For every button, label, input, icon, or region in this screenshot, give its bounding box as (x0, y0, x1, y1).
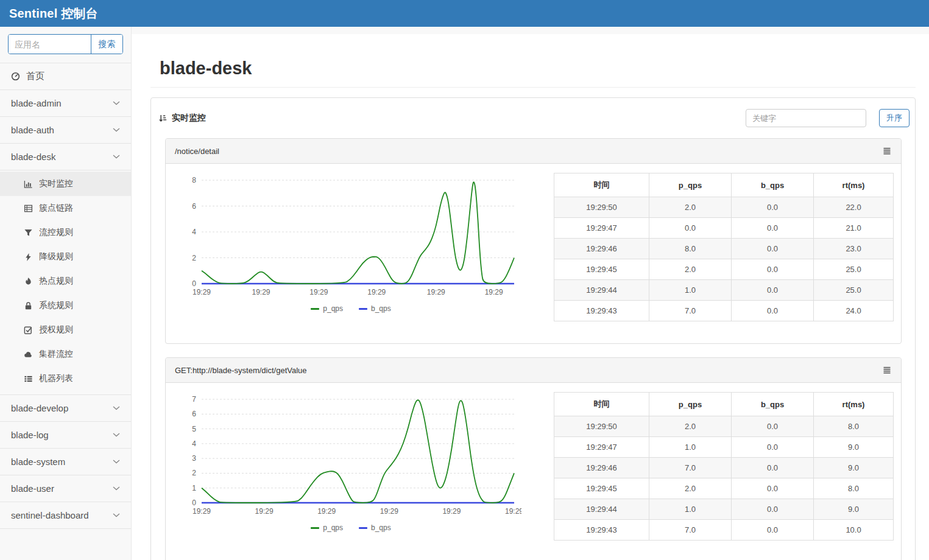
legend-label: b_qps (371, 304, 391, 313)
table-cell: 19:29:50 (554, 197, 649, 218)
table-cell: 2.0 (649, 478, 731, 499)
keyword-input[interactable] (746, 109, 866, 127)
legend-item-p_qps: p_qps (311, 523, 343, 532)
svg-text:6: 6 (192, 202, 196, 211)
table-header-cell: 时间 (554, 173, 649, 197)
sidebar-subitem-热点规则[interactable]: 热点规则 (0, 269, 131, 293)
sidebar-item-blade-log[interactable]: blade-log (0, 422, 131, 449)
sidebar-subitem-label: 实时监控 (39, 178, 73, 189)
table-header-cell: p_qps (649, 173, 731, 197)
table-cell: 19:29:47 (554, 218, 649, 239)
panel-title-wrap: 实时监控 (158, 113, 206, 124)
sidebar-subitem-label: 降级规则 (39, 251, 73, 262)
table-cell: 10.0 (814, 520, 894, 541)
table-cell: 1.0 (649, 437, 731, 458)
hamburger-menu-icon[interactable] (882, 146, 892, 156)
table-cell: 0.0 (732, 197, 814, 218)
gauge-icon (11, 72, 20, 81)
sidebar-subitem-label: 机器列表 (39, 373, 73, 384)
chevron-down-icon (113, 406, 120, 410)
page-header: blade-desk (150, 34, 916, 88)
table-cell: 25.0 (814, 280, 894, 301)
resource-title: /notice/detail (175, 147, 219, 156)
sidebar-item-blade-desk[interactable]: blade-desk (0, 144, 131, 170)
qps-line-chart: 0123456719:2919:2919:2919:2919:2919:29 (174, 392, 521, 519)
sort-order-button[interactable]: 升序 (879, 109, 910, 127)
chevron-down-icon (113, 486, 120, 491)
table-cell: 24.0 (814, 301, 894, 321)
svg-text:8: 8 (192, 176, 196, 184)
sidebar-subitem-授权规则[interactable]: 授权规则 (0, 318, 131, 342)
svg-text:19:29: 19:29 (252, 288, 270, 296)
chevron-down-icon (113, 513, 120, 517)
table-cell: 2.0 (649, 416, 731, 437)
sidebar-item-sentinel-dashboard[interactable]: sentinel-dashboard (0, 502, 131, 529)
table-cell: 8.0 (649, 239, 731, 259)
svg-text:2: 2 (192, 254, 196, 262)
app-search-input[interactable] (9, 35, 91, 54)
table-row: 19:29:437.00.024.0 (554, 301, 894, 321)
sort-amount-icon (158, 114, 168, 123)
table-row: 19:29:502.00.022.0 (554, 197, 894, 218)
sidebar-item-home[interactable]: 首页 (0, 63, 131, 90)
panel-header: 实时监控 升序 (151, 98, 915, 138)
metrics-table: 时间p_qpsb_qpsrt(ms)19:29:502.00.08.019:29… (554, 392, 894, 541)
table-cell: 0.0 (649, 218, 731, 239)
table-cell: 0.0 (732, 520, 814, 541)
sidebar-item-label: 首页 (26, 71, 44, 82)
chart-legend: p_qpsb_qps (174, 523, 528, 532)
sidebar-subitem-label: 热点规则 (39, 276, 73, 287)
sidebar-subitem-系统规则[interactable]: 系统规则 (0, 293, 131, 318)
legend-label: b_qps (371, 523, 391, 532)
resource-card: GET:http://blade-system/dict/getValue012… (165, 357, 902, 560)
svg-text:19:29: 19:29 (380, 507, 398, 516)
table-cell: 9.0 (814, 458, 894, 478)
sidebar-item-label: blade-develop (11, 403, 68, 413)
sidebar-item-blade-develop[interactable]: blade-develop (0, 395, 131, 422)
table-cell: 25.0 (814, 259, 894, 280)
legend-item-b_qps: b_qps (359, 523, 391, 532)
table-cell: 8.0 (814, 478, 894, 499)
legend-dash (359, 527, 367, 529)
svg-text:19:29: 19:29 (309, 288, 328, 296)
table-cell: 2.0 (649, 197, 731, 218)
legend-dash (359, 308, 367, 310)
sidebar-item-blade-system[interactable]: blade-system (0, 449, 131, 475)
app-title: Sentinel 控制台 (9, 5, 98, 22)
resource-card-header: /notice/detail (166, 139, 901, 164)
table-cell: 23.0 (814, 239, 894, 259)
sidebar-item-blade-auth[interactable]: blade-auth (0, 117, 131, 144)
sidebar-item-blade-admin[interactable]: blade-admin (0, 90, 131, 117)
realtime-monitor-panel: 实时监控 升序 /notice/detail0246819:2919:2919:… (150, 97, 916, 560)
sidebar-subitem-簇点链路[interactable]: 簇点链路 (0, 196, 131, 220)
sidebar-subitem-降级规则[interactable]: 降级规则 (0, 245, 131, 269)
chevron-down-icon (113, 155, 120, 159)
table-row: 19:29:471.00.09.0 (554, 437, 894, 458)
table-cell: 0.0 (732, 416, 814, 437)
bolt-icon (23, 253, 33, 262)
resource-card: /notice/detail0246819:2919:2919:2919:291… (165, 138, 902, 344)
top-navbar: Sentinel 控制台 (0, 0, 929, 27)
table-cell: 0.0 (732, 259, 814, 280)
table-cell: 21.0 (814, 218, 894, 239)
sidebar-subitem-实时监控[interactable]: 实时监控 (0, 172, 131, 196)
sidebar-subitem-流控规则[interactable]: 流控规则 (0, 220, 131, 245)
table-cell: 1.0 (649, 280, 731, 301)
table-cell: 0.0 (732, 280, 814, 301)
table-cell: 19:29:45 (554, 478, 649, 499)
chevron-down-icon (113, 460, 120, 464)
lock-icon (23, 301, 33, 310)
hamburger-menu-icon[interactable] (882, 365, 892, 375)
sidebar-item-blade-user[interactable]: blade-user (0, 475, 131, 502)
sidebar-item-label: sentinel-dashboard (11, 510, 89, 520)
table-header-cell: 时间 (554, 393, 649, 416)
svg-text:19:29: 19:29 (485, 288, 503, 296)
sidebar-subitem-机器列表[interactable]: 机器列表 (0, 366, 131, 391)
sidebar-subitem-集群流控[interactable]: 集群流控 (0, 342, 131, 366)
qps-line-chart: 0246819:2919:2919:2919:2919:2919:29 (174, 173, 521, 299)
svg-text:19:29: 19:29 (442, 507, 461, 516)
table-row: 19:29:502.00.08.0 (554, 416, 894, 437)
filter-icon (23, 228, 33, 237)
app-search-button[interactable]: 搜索 (91, 35, 122, 54)
table-cell: 0.0 (732, 499, 814, 520)
